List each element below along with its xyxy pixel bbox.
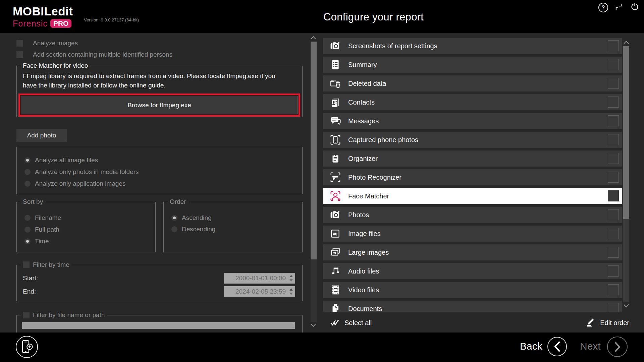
report-section-checkbox[interactable] — [608, 247, 619, 258]
list-footer-bar: Select all Edit order — [323, 313, 629, 333]
filter-time-checkbox[interactable] — [23, 261, 30, 268]
report-section-checkbox[interactable] — [608, 97, 619, 108]
report-section-row[interactable]: Face Matcher — [323, 188, 622, 204]
next-button[interactable] — [607, 337, 628, 357]
messages-icon — [329, 115, 341, 127]
connect-phone-button[interactable] — [16, 336, 38, 358]
next-label[interactable]: Next — [580, 341, 601, 352]
edit-order-button[interactable]: Edit order — [585, 318, 629, 328]
report-section-checkbox[interactable] — [608, 115, 619, 126]
power-icon[interactable] — [631, 2, 639, 11]
report-section-label: Image files — [348, 230, 381, 238]
report-section-checkbox[interactable] — [608, 284, 619, 295]
phone-plus-icon — [20, 339, 34, 355]
logo-pro-badge: PRO — [50, 19, 72, 28]
filter-name-checkbox[interactable] — [23, 312, 30, 318]
report-section-row[interactable]: Deleted data — [323, 75, 622, 92]
report-section-row[interactable]: Large images — [323, 244, 622, 260]
end-spinner[interactable] — [288, 287, 294, 296]
logo-forensic: Forensic — [13, 19, 48, 28]
left-scroll-down-icon[interactable] — [310, 323, 317, 327]
report-section-row[interactable]: Captured phone photos — [323, 132, 622, 148]
edit-order-label: Edit order — [600, 319, 629, 327]
report-section-checkbox[interactable] — [608, 78, 619, 89]
report-section-label: Contacts — [348, 99, 375, 106]
report-section-row[interactable]: Video files — [323, 282, 622, 298]
report-section-row[interactable]: Documents — [323, 301, 622, 312]
report-section-row[interactable]: Image files — [323, 226, 622, 242]
filter-time-group: Filter by time Start: 2000-01-01 00:00 E… — [16, 265, 303, 301]
app-logo: MOBILedit Forensic PRO — [13, 5, 73, 28]
sort-filename-radio[interactable] — [24, 215, 31, 221]
camera-icon — [329, 40, 341, 52]
analyze-app-radio[interactable] — [24, 181, 31, 187]
order-descending-radio[interactable] — [171, 226, 177, 232]
start-spinner[interactable] — [288, 274, 294, 283]
contacts-icon — [329, 97, 341, 108]
report-section-checkbox[interactable] — [608, 265, 619, 277]
sort-filename-row: Filename — [24, 213, 61, 223]
report-section-row[interactable]: Contacts — [323, 94, 622, 110]
version-text: Version: 9.3.0.27137 (64-bit) — [84, 17, 139, 22]
analyze-all-radio[interactable] — [24, 157, 31, 163]
report-section-checkbox[interactable] — [608, 172, 619, 183]
analyze-media-label: Analyze only photos in media folders — [35, 168, 139, 176]
multiple-persons-checkbox[interactable] — [16, 51, 23, 58]
filter-name-input[interactable] — [22, 322, 295, 329]
analyze-images-label: Analyze images — [33, 40, 78, 47]
sort-by-group: Sort by Filename Full path Time — [16, 202, 156, 252]
resize-icon[interactable] — [614, 3, 623, 11]
right-scrollbar-thumb[interactable] — [623, 46, 629, 219]
analyze-media-radio[interactable] — [24, 169, 31, 175]
sort-time-radio[interactable] — [24, 238, 31, 244]
report-section-label: Organizer — [348, 155, 378, 163]
face-matcher-video-legend: Face Matcher for video — [20, 62, 90, 69]
select-all-button[interactable]: Select all — [330, 318, 372, 328]
large-images-icon — [329, 247, 341, 258]
report-section-checkbox[interactable] — [608, 190, 619, 201]
browse-ffmpeg-button[interactable]: Browse for ffmpeg.exe — [21, 96, 298, 114]
report-section-label: Audio files — [348, 267, 379, 275]
add-photo-button[interactable]: Add photo — [16, 129, 67, 142]
analyze-images-checkbox[interactable] — [16, 40, 23, 47]
report-section-checkbox[interactable] — [608, 228, 619, 239]
order-descending-label: Descending — [182, 226, 215, 233]
report-section-row[interactable]: Audio files — [323, 263, 622, 279]
end-datetime-value: 2024-02-05 23:59 — [235, 288, 286, 295]
help-icon[interactable]: ? — [598, 3, 608, 12]
sort-fullpath-row: Full path — [24, 225, 59, 234]
report-section-checkbox[interactable] — [608, 40, 619, 51]
report-section-label: Video files — [348, 286, 379, 294]
photo-recognizer-icon — [329, 172, 341, 183]
report-section-checkbox[interactable] — [608, 153, 619, 164]
online-guide-link[interactable]: online guide — [129, 82, 164, 89]
logo-mobiledit: MOBILedit — [13, 5, 73, 17]
report-section-label: Large images — [348, 249, 389, 256]
order-ascending-radio[interactable] — [171, 215, 177, 221]
multiple-persons-row: Add section containing multiple identifi… — [16, 51, 172, 58]
start-datetime-input[interactable]: 2000-01-01 00:00 — [224, 273, 295, 284]
report-section-row[interactable]: Summary — [323, 57, 622, 73]
report-section-label: Face Matcher — [348, 192, 389, 200]
end-datetime-input[interactable]: 2024-02-05 23:59 — [224, 286, 295, 297]
report-section-checkbox[interactable] — [608, 134, 619, 145]
report-section-row[interactable]: Organizer — [323, 150, 622, 167]
face-matcher-icon — [329, 190, 341, 202]
back-label[interactable]: Back — [520, 341, 542, 352]
right-scroll-up-icon[interactable] — [623, 40, 630, 45]
report-section-checkbox[interactable] — [608, 303, 619, 312]
order-ascending-row: Ascending — [171, 213, 212, 223]
report-section-row[interactable]: Photos — [323, 207, 622, 223]
report-section-row[interactable]: Messages — [323, 113, 622, 129]
start-datetime-value: 2000-01-01 00:00 — [235, 275, 286, 282]
left-scroll-up-icon[interactable] — [310, 36, 317, 40]
right-scroll-down-icon[interactable] — [623, 304, 630, 308]
report-section-row[interactable]: Photo Recognizer — [323, 169, 622, 185]
left-scrollbar-thumb[interactable] — [311, 42, 317, 259]
report-section-checkbox[interactable] — [608, 209, 619, 220]
analyze-all-row: Analyze all image files — [24, 156, 98, 165]
back-button[interactable] — [547, 337, 567, 356]
sort-fullpath-radio[interactable] — [24, 227, 31, 233]
report-section-row[interactable]: Screenshots of report settings — [323, 38, 622, 54]
report-section-checkbox[interactable] — [608, 59, 619, 70]
